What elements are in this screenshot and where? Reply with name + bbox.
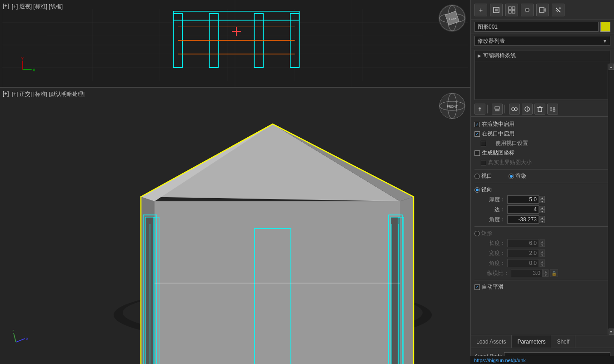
viewport-enabled-row: ✓ 在视口中启用 [474,129,610,139]
svg-line-85 [556,10,558,12]
viewport-enabled-label: 在视口中启用 [482,130,514,138]
svg-point-92 [514,108,517,110]
radial-angle-up[interactable]: ▲ [539,216,545,219]
width-label: 宽度： [478,249,505,257]
aspect-down[interactable]: ▼ [543,273,549,277]
pin-button[interactable] [474,104,485,115]
viewport-top-label: [+] [+] 透视] [标准] [线框] [3,3,63,10]
geometry-button[interactable] [490,4,503,16]
view-radio-label: 视口 [481,172,492,180]
render-scene: Z Y X X Z [0,88,470,364]
properties-panel: ✓ 在渲染中启用 ✓ 在视口中启用 使用视口设置 生成贴图坐标 真实世界贴图大小… [471,117,614,335]
scroll-down-btn[interactable]: ▼ [609,329,614,335]
viewport-area: [+] [+] 透视] [标准] [线框] TOP [0,0,470,364]
radial-radio-item[interactable]: 径向 [474,186,492,194]
thickness-input[interactable] [507,195,539,204]
utilities-button[interactable] [552,4,564,16]
svg-text:TOP: TOP [449,17,456,21]
thickness-up[interactable]: ▲ [539,196,545,199]
svg-rect-100 [550,110,552,111]
auto-smooth-label: 自动平滑 [482,283,504,291]
svg-rect-75 [495,9,498,11]
svg-rect-5 [2,0,468,87]
object-color-swatch[interactable] [600,22,610,32]
svg-rect-90 [495,107,499,109]
length-label: 长度： [478,239,505,247]
render-enabled-row: ✓ 在渲染中启用 [474,120,610,129]
sides-down[interactable]: ▼ [539,209,545,213]
cameras-button[interactable] [536,4,549,16]
radial-angle-down[interactable]: ▼ [539,219,545,223]
auto-smooth-row: ✓ 自动平滑 [474,282,610,292]
tab-shelf[interactable]: Shelf [551,335,575,348]
tab-parameters[interactable]: Parameters [512,335,551,348]
aspect-up[interactable]: ▲ [543,269,549,273]
thickness-spinner: ▲ ▼ [539,196,545,203]
radial-angle-input[interactable] [507,215,539,224]
modifier-dropdown-label: 修改器列表 [478,37,505,45]
length-up[interactable]: ▲ [539,239,545,243]
thickness-down[interactable]: ▼ [539,199,545,203]
thickness-label: 厚度： [478,196,505,204]
right-panel: + 修改器列表 ▼ ▶ 可编辑样条线 [470,0,614,364]
sides-up[interactable]: ▲ [539,206,545,209]
radial-radio-circle [474,187,480,193]
width-input[interactable] [507,249,539,257]
nav-cube-sphere: TOP [439,5,466,32]
modifier-dropdown[interactable]: 修改器列表 ▼ [474,36,610,46]
chain-button[interactable] [509,104,520,115]
tab-load-assets[interactable]: Load Assets [471,335,512,348]
rect-angle-down[interactable]: ▼ [539,263,545,267]
real-world-checkbox[interactable] [481,160,486,165]
thickness-row: 厚度： ▲ ▼ [478,194,610,204]
generate-mapping-row: 生成贴图坐标 [474,148,610,158]
color-button[interactable] [492,104,503,115]
svg-text:X: X [26,337,29,341]
viewport-bottom[interactable]: [+] [+] 正交] [标准] [默认明暗处理] FRONT [0,88,470,364]
aspect-input[interactable] [511,269,543,277]
nav-cube-top[interactable]: TOP [439,5,466,32]
rect-angle-input[interactable] [507,259,539,267]
object-name-input[interactable] [474,22,599,32]
viewport-top-perspective[interactable]: [+] 透视] [标准] [线框] [12,3,63,10]
view-radio-item[interactable]: 视口 [474,172,492,180]
rect-radio-item[interactable]: 矩形 [474,229,492,237]
delete-button[interactable] [534,104,545,115]
render-enabled-label: 在渲染中启用 [482,120,514,128]
render-radio-item[interactable]: 渲染 [509,172,526,180]
generate-mapping-checkbox[interactable] [474,150,480,156]
clone-button[interactable] [522,104,533,115]
viewport-bottom-plus[interactable]: [+] [3,90,9,98]
width-up[interactable]: ▲ [539,249,545,253]
length-down[interactable]: ▼ [539,243,545,247]
sides-label: 边： [478,206,505,214]
svg-point-81 [526,9,529,11]
radial-angle-label: 角度： [478,216,505,224]
width-down[interactable]: ▼ [539,253,545,257]
shapes-button[interactable] [505,4,518,16]
scroll-up-btn[interactable]: ▲ [609,64,614,70]
use-viewport-checkbox[interactable] [481,141,486,146]
modifier-item-spline[interactable]: ▶ 可编辑样条线 [475,50,610,61]
radial-rect-group: 径向 [474,185,610,194]
add-button[interactable]: + [474,4,487,16]
viewport-enabled-checkbox[interactable]: ✓ [474,131,480,137]
svg-rect-95 [538,108,542,112]
viewport-bottom-label: [+] [+] 正交] [标准] [默认明暗处理] [3,90,85,98]
real-world-row: 真实世界贴图大小 [474,158,610,167]
viewport-top-plus[interactable]: [+] [3,3,9,10]
viewport-bottom-view[interactable]: [+] 正交] [标准] [默认明暗处理] [12,90,85,98]
sides-input[interactable] [507,205,539,214]
status-bar: https://bigsun.net/p/unk [470,356,614,364]
auto-smooth-checkbox[interactable]: ✓ [474,284,480,290]
length-input[interactable] [507,239,539,247]
svg-point-86 [559,7,561,9]
aspect-lock-btn[interactable]: 🔒 [550,269,558,277]
grid-button[interactable] [547,104,558,115]
viewport-top[interactable]: [+] [+] 透视] [标准] [线框] TOP [0,0,470,88]
tabs-row: Load Assets Parameters Shelf [471,335,614,348]
rect-angle-up[interactable]: ▲ [539,259,545,263]
render-enabled-checkbox[interactable]: ✓ [474,122,480,127]
nav-cube-bottom[interactable]: FRONT [439,92,466,120]
lights-button[interactable] [521,4,534,16]
